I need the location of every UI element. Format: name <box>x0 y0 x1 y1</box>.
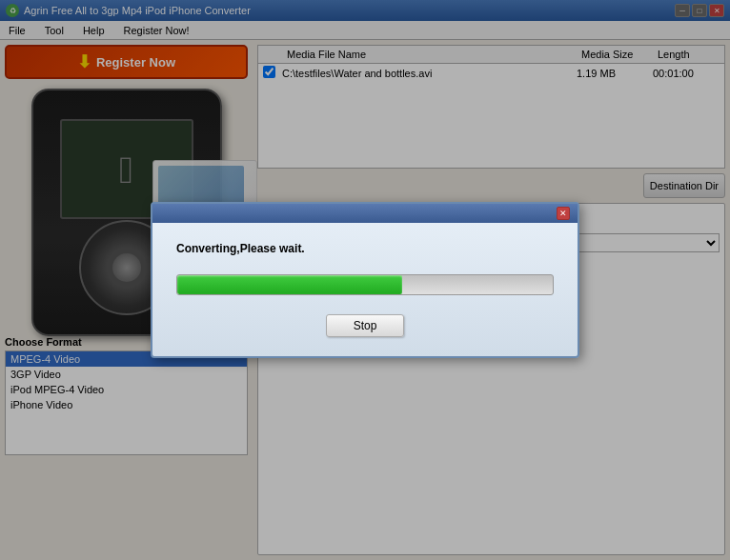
stop-button[interactable]: Stop <box>326 314 405 337</box>
modal-close-button[interactable]: ✕ <box>557 207 570 220</box>
progress-bar-fill <box>177 275 402 294</box>
modal-titlebar: ✕ <box>152 204 578 223</box>
converting-message: Converting,Please wait. <box>176 242 554 255</box>
modal-overlay: ✕ Converting,Please wait. Stop <box>0 0 730 560</box>
progress-bar-background <box>176 274 554 295</box>
modal-buttons: Stop <box>176 314 554 337</box>
converting-dialog: ✕ Converting,Please wait. Stop <box>151 202 579 358</box>
modal-content: Converting,Please wait. Stop <box>152 223 578 356</box>
